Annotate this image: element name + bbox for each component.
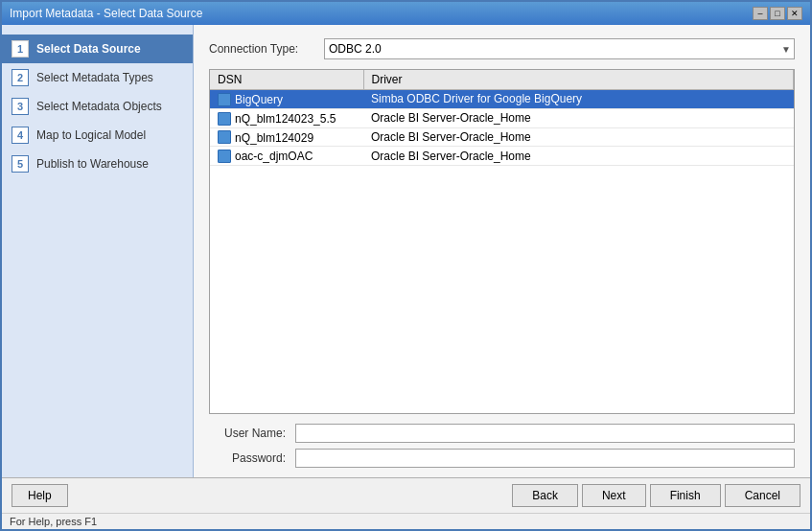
step-1-select-data-source[interactable]: 1 Select Data Source	[2, 35, 193, 63]
step-3-number: 3	[12, 98, 29, 115]
window-content: 1 Select Data Source 2 Select Metadata T…	[2, 25, 810, 477]
step-3-label: Select Metadata Objects	[36, 100, 162, 113]
bottom-bar: Help Back Next Finish Cancel	[2, 477, 810, 513]
table-row[interactable]: oac-c_djmOACOracle BI Server-Oracle_Home	[210, 147, 794, 166]
fields-section: User Name: Password:	[209, 424, 795, 468]
step-4-map-logical-model[interactable]: 4 Map to Logical Model	[2, 121, 193, 150]
dsn-cell: oac-c_djmOAC	[210, 147, 363, 166]
table-row[interactable]: nQ_blm124023_5.5Oracle BI Server-Oracle_…	[210, 108, 794, 127]
col-header-dsn: DSN	[210, 70, 363, 90]
step-2-number: 2	[12, 69, 29, 86]
dsn-name: nQ_blm124023_5.5	[235, 112, 336, 126]
step-5-label: Publish to Warehouse	[36, 157, 149, 171]
step-4-label: Map to Logical Model	[36, 128, 146, 142]
dsn-icon	[218, 93, 231, 106]
username-row: User Name:	[209, 424, 795, 443]
connection-type-label: Connection Type:	[209, 42, 314, 56]
title-controls: – □ ✕	[753, 7, 802, 20]
username-input[interactable]	[295, 424, 795, 443]
password-label: Password:	[209, 451, 286, 465]
password-row: Password:	[209, 449, 795, 468]
dsn-icon	[218, 130, 231, 144]
back-button[interactable]: Back	[512, 484, 578, 507]
username-label: User Name:	[209, 427, 286, 440]
dsn-name: nQ_blm124029	[235, 130, 313, 144]
dsn-icon	[218, 150, 231, 163]
title-bar: Import Metadata - Select Data Source – □…	[2, 2, 810, 25]
step-2-label: Select Metadata Types	[36, 71, 153, 84]
cancel-button[interactable]: Cancel	[725, 484, 800, 507]
col-header-driver: Driver	[363, 70, 794, 90]
next-button[interactable]: Next	[582, 484, 646, 507]
connection-type-select[interactable]: ODBC 2.0	[324, 38, 795, 59]
help-button[interactable]: Help	[12, 484, 68, 507]
window-title: Import Metadata - Select Data Source	[10, 7, 202, 20]
driver-cell: Simba ODBC Driver for Google BigQuery	[363, 90, 794, 109]
main-window: Import Metadata - Select Data Source – □…	[0, 0, 812, 531]
password-input[interactable]	[295, 449, 795, 468]
finish-button[interactable]: Finish	[650, 484, 721, 507]
step-1-number: 1	[12, 40, 29, 58]
step-5-number: 5	[12, 155, 29, 173]
table-row[interactable]: nQ_blm124029Oracle BI Server-Oracle_Home	[210, 127, 794, 147]
maximize-button[interactable]: □	[770, 7, 785, 20]
driver-cell: Oracle BI Server-Oracle_Home	[363, 147, 794, 166]
table-row[interactable]: BigQuerySimba ODBC Driver for Google Big…	[210, 90, 794, 109]
connection-type-row: Connection Type: ODBC 2.0 ▼	[209, 38, 795, 59]
status-bar: For Help, press F1	[2, 513, 810, 529]
status-text: For Help, press F1	[10, 516, 97, 527]
driver-cell: Oracle BI Server-Oracle_Home	[363, 127, 794, 147]
connection-type-wrapper: ODBC 2.0 ▼	[324, 38, 795, 59]
driver-cell: Oracle BI Server-Oracle_Home	[363, 108, 794, 127]
dsn-cell: BigQuery	[210, 90, 363, 109]
nav-buttons: Back Next Finish Cancel	[512, 484, 800, 507]
step-4-number: 4	[12, 127, 29, 144]
close-button[interactable]: ✕	[787, 7, 802, 20]
step-2-select-metadata-types[interactable]: 2 Select Metadata Types	[2, 63, 193, 92]
main-content: Connection Type: ODBC 2.0 ▼ DSN Driver	[194, 25, 810, 477]
sidebar: 1 Select Data Source 2 Select Metadata T…	[2, 25, 194, 477]
dsn-table: DSN Driver BigQuerySimba ODBC Driver for…	[210, 70, 794, 166]
dsn-cell: nQ_blm124029	[210, 127, 363, 147]
dsn-icon	[218, 112, 231, 126]
step-3-select-metadata-objects[interactable]: 3 Select Metadata Objects	[2, 92, 193, 121]
dsn-name: oac-c_djmOAC	[235, 150, 313, 163]
step-5-publish-warehouse[interactable]: 5 Publish to Warehouse	[2, 150, 193, 178]
dsn-cell: nQ_blm124023_5.5	[210, 108, 363, 127]
minimize-button[interactable]: –	[753, 7, 768, 20]
step-1-label: Select Data Source	[36, 42, 141, 56]
dsn-table-container[interactable]: DSN Driver BigQuerySimba ODBC Driver for…	[209, 69, 795, 414]
dsn-name: BigQuery	[235, 93, 283, 106]
